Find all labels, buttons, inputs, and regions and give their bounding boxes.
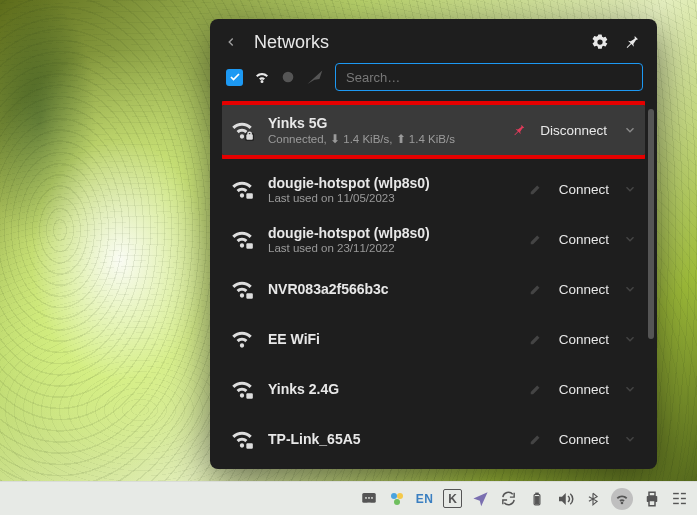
updates-tray-icon[interactable] <box>499 489 518 508</box>
networks-list: Yinks 5G Connected, ⬇ 1.4 KiB/s, ⬆ 1.4 K… <box>222 101 645 469</box>
edit-icon[interactable] <box>529 332 545 346</box>
svg-rect-27 <box>681 498 686 499</box>
svg-rect-25 <box>673 503 679 504</box>
network-item[interactable]: dougie-hotspot (wlp8s0) Last used on 23/… <box>222 214 645 264</box>
vpn-filter-icon[interactable] <box>303 66 325 88</box>
taskbar: EN K <box>0 481 697 515</box>
search-input[interactable] <box>344 69 634 86</box>
scrollbar[interactable] <box>648 109 654 349</box>
svg-rect-5 <box>246 243 253 248</box>
up-rate: 1.4 KiB/s <box>409 133 455 145</box>
network-item[interactable]: Yinks 2.4G Connect <box>222 364 645 414</box>
app-tray-icon[interactable] <box>387 489 406 508</box>
svg-rect-18 <box>535 493 537 494</box>
bluetooth-tray-icon[interactable] <box>583 489 602 508</box>
wifi-secure-icon <box>226 273 258 305</box>
battery-tray-icon[interactable] <box>527 489 546 508</box>
show-saved-checkbox[interactable] <box>226 69 243 86</box>
network-texts: Yinks 5G Connected, ⬇ 1.4 KiB/s, ⬆ 1.4 K… <box>268 115 502 146</box>
network-texts: NVR083a2f566b3c <box>268 281 519 297</box>
filter-row <box>210 63 657 101</box>
connect-button[interactable]: Connect <box>555 378 613 401</box>
edit-icon[interactable] <box>529 282 545 296</box>
disconnect-button[interactable]: Disconnect <box>536 119 611 142</box>
network-name: Yinks 5G <box>268 115 502 131</box>
edit-icon[interactable] <box>529 432 545 446</box>
network-sub: Last used on 23/11/2022 <box>268 242 519 254</box>
svg-point-14 <box>391 493 397 499</box>
svg-rect-22 <box>649 500 655 505</box>
pin-icon[interactable] <box>621 31 643 53</box>
network-tray-icon[interactable] <box>611 488 633 510</box>
edit-icon[interactable] <box>529 382 545 396</box>
connect-button[interactable]: Connect <box>555 278 613 301</box>
arrow-down-icon: ⬇ <box>330 133 340 145</box>
network-sub: Last used on 11/05/2023 <box>268 192 519 204</box>
network-name: EE WiFi <box>268 331 519 347</box>
svg-rect-4 <box>246 193 253 198</box>
network-texts: Yinks 2.4G <box>268 381 519 397</box>
edit-icon[interactable] <box>529 182 545 196</box>
network-texts: dougie-hotspot (wlp8s0) Last used on 11/… <box>268 175 519 204</box>
network-item[interactable]: NVR083a2f566b3c Connect <box>222 264 645 314</box>
connect-button[interactable]: Connect <box>555 178 613 201</box>
messages-tray-icon[interactable] <box>359 489 378 508</box>
chevron-down-icon[interactable] <box>623 332 639 346</box>
network-texts: dougie-hotspot (wlp8s0) Last used on 23/… <box>268 225 519 254</box>
connected-network-highlight: Yinks 5G Connected, ⬇ 1.4 KiB/s, ⬆ 1.4 K… <box>222 101 645 159</box>
svg-point-15 <box>397 493 403 499</box>
network-texts: TP-Link_65A5 <box>268 431 519 447</box>
printer-tray-icon[interactable] <box>642 489 661 508</box>
wifi-secure-icon <box>226 173 258 205</box>
network-name: dougie-hotspot (wlp8s0) <box>268 175 519 191</box>
k-app-tray-icon[interactable]: K <box>443 489 462 508</box>
system-tray: EN K <box>359 488 689 510</box>
network-texts: EE WiFi <box>268 331 519 347</box>
down-rate: 1.4 KiB/s, <box>343 133 392 145</box>
chevron-down-icon[interactable] <box>623 382 639 396</box>
svg-rect-8 <box>246 443 253 448</box>
wifi-secure-icon <box>226 373 258 405</box>
wifi-icon <box>226 323 258 355</box>
connect-button[interactable]: Connect <box>555 428 613 451</box>
connect-button[interactable]: Connect <box>555 228 613 251</box>
back-button[interactable] <box>218 29 244 55</box>
network-item[interactable]: EE WiFi Connect <box>222 314 645 364</box>
wired-filter-icon[interactable] <box>277 66 299 88</box>
settings-gear-icon[interactable] <box>589 31 611 53</box>
chevron-down-icon[interactable] <box>623 182 639 196</box>
network-item[interactable]: dougie-hotspot (wlp8s0) Last used on 11/… <box>222 164 645 214</box>
pin-connected-icon <box>512 123 526 137</box>
svg-point-13 <box>371 496 373 498</box>
edit-icon[interactable] <box>529 232 545 246</box>
network-name: NVR083a2f566b3c <box>268 281 519 297</box>
svg-rect-26 <box>681 493 686 494</box>
connect-button[interactable]: Connect <box>555 328 613 351</box>
svg-rect-19 <box>535 496 539 503</box>
svg-point-12 <box>368 496 370 498</box>
network-name: Yinks 2.4G <box>268 381 519 397</box>
chevron-down-icon[interactable] <box>623 232 639 246</box>
keyboard-lang-indicator[interactable]: EN <box>415 489 434 508</box>
chevron-down-icon[interactable] <box>623 432 639 446</box>
network-name: dougie-hotspot (wlp8s0) <box>268 225 519 241</box>
chevron-down-icon[interactable] <box>623 282 639 296</box>
vpn-tray-icon[interactable] <box>471 489 490 508</box>
svg-rect-6 <box>246 293 253 298</box>
network-item[interactable]: TP-Link_65A5 Connect <box>222 414 645 464</box>
svg-rect-24 <box>673 498 679 499</box>
volume-tray-icon[interactable] <box>555 489 574 508</box>
search-box[interactable] <box>335 63 643 91</box>
arrow-up-icon: ⬆ <box>396 133 406 145</box>
wifi-secure-icon <box>226 423 258 455</box>
expand-chevron-icon[interactable] <box>621 123 639 137</box>
svg-rect-28 <box>681 503 686 504</box>
show-hidden-tray-icon[interactable] <box>670 489 689 508</box>
svg-rect-7 <box>246 393 253 398</box>
scrollbar-thumb[interactable] <box>648 109 654 339</box>
panel-title: Networks <box>254 32 579 53</box>
panel-header: Networks <box>210 19 657 63</box>
network-item-connected[interactable]: Yinks 5G Connected, ⬇ 1.4 KiB/s, ⬆ 1.4 K… <box>222 105 645 155</box>
network-item[interactable]: ASUS Connect <box>222 464 645 469</box>
wifi-filter-icon[interactable] <box>251 66 273 88</box>
